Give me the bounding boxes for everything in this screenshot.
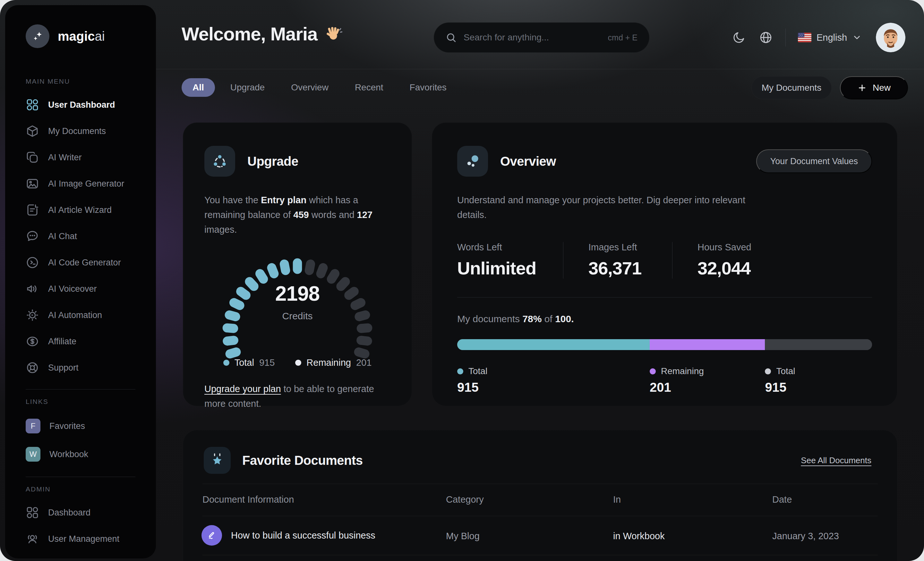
overview-legend-total-1: Total 915 (457, 366, 488, 395)
avatar[interactable] (876, 23, 905, 52)
favorite-documents-card: Favorite Documents See All Documents Doc… (183, 430, 897, 561)
column-category: Category (446, 494, 484, 505)
table-divider (202, 516, 878, 516)
copy-pages-icon (26, 151, 39, 164)
sidebar-item-my-documents[interactable]: My Documents (5, 118, 156, 144)
legend-dot-icon (765, 368, 771, 374)
overview-card-icon (457, 146, 488, 177)
dark-mode-moon-icon[interactable] (732, 30, 746, 45)
upgrade-plan-text: Upgrade your plan to be able to generate… (204, 381, 390, 411)
overview-legend: Total 915 Remaining 201 Total 915 (457, 366, 872, 401)
section-label-main-menu: MAIN MENU (5, 78, 156, 85)
upgrade-description: You have the Entry plan which has a rema… (204, 193, 390, 237)
upgrade-plan-link[interactable]: Upgrade your plan (204, 384, 281, 394)
stat-hours-saved: Hours Saved 32,044 (672, 242, 752, 278)
overview-legend-remaining: Remaining 201 (650, 366, 704, 395)
section-label-links: LINKS (5, 398, 156, 405)
documents-progress-bar (457, 339, 872, 350)
header-divider-line (785, 28, 786, 46)
terminal-icon (26, 256, 39, 269)
tab-upgrade[interactable]: Upgrade (219, 78, 276, 97)
see-all-documents-link[interactable]: See All Documents (801, 456, 872, 465)
overview-card: Overview Your Document Values Understand… (432, 123, 897, 406)
brand[interactable]: magicai (5, 24, 156, 48)
header-bottom-divider (156, 69, 924, 69)
brand-name: magicai (58, 29, 105, 43)
document-title: How to build a successful business (231, 530, 375, 541)
upgrade-card-title: Upgrade (248, 154, 298, 169)
brand-logo-icon (26, 24, 50, 48)
document-in: in Workbook (613, 531, 665, 542)
tab-recent[interactable]: Recent (344, 78, 394, 97)
app-window: magicai MAIN MENU User Dashboard My Docu… (0, 0, 924, 561)
document-date: January 3, 2023 (772, 531, 839, 542)
sidebar-divider (26, 389, 135, 389)
cube-icon (26, 124, 39, 138)
sidebar-item-ai-voiceover[interactable]: AI Voiceover (5, 276, 156, 302)
chevron-down-icon (852, 33, 862, 42)
my-documents-progress-text: My documents 78% of 100. (457, 314, 872, 325)
dollar-icon (26, 335, 39, 348)
section-label-admin: ADMIN (5, 485, 156, 493)
sidebar-item-ai-code-generator[interactable]: AI Code Generator (5, 250, 156, 276)
overview-legend-total-2: Total 915 (765, 366, 795, 395)
sidebar-item-ai-writer[interactable]: AI Writer (5, 144, 156, 171)
credits-gauge: 2198 Credits (214, 245, 381, 357)
document-pen-icon (201, 525, 222, 546)
favorites-badge-icon: F (26, 419, 40, 434)
search-icon (446, 32, 456, 43)
favorite-documents-icon (204, 447, 231, 474)
overview-card-title: Overview (500, 154, 556, 169)
main-menu: User Dashboard My Documents AI Writer (5, 92, 156, 381)
credits-label: Credits (214, 311, 381, 322)
sidebar-item-ai-article-wizard[interactable]: AI Article Wizard (5, 197, 156, 223)
global-search: cmd + E (434, 22, 650, 52)
sidebar-item-workbook[interactable]: W Workbook (5, 440, 156, 468)
legend-dot-icon (457, 368, 463, 374)
sidebar: magicai MAIN MENU User Dashboard My Docu… (5, 5, 156, 558)
sidebar-item-support[interactable]: Support (5, 355, 156, 381)
tab-all[interactable]: All (182, 78, 215, 97)
sidebar-item-admin-dashboard[interactable]: Dashboard (5, 500, 156, 526)
sidebar-item-user-dashboard[interactable]: User Dashboard (5, 92, 156, 118)
tab-favorites[interactable]: Favorites (399, 78, 458, 97)
lifebuoy-icon (26, 361, 39, 374)
stat-words-left: Words Left Unlimited (457, 242, 563, 278)
wave-hand-icon (324, 25, 342, 43)
header-actions: English (732, 22, 905, 52)
links-menu: F Favorites W Workbook (5, 412, 156, 468)
search-input[interactable] (464, 32, 601, 43)
globe-icon[interactable] (759, 30, 773, 45)
column-document-information: Document Information (202, 494, 294, 505)
table-row[interactable]: How to build a successful business My Bl… (183, 525, 897, 551)
admin-menu: Dashboard User Management (5, 500, 156, 552)
users-icon (26, 532, 39, 546)
sidebar-item-ai-image-generator[interactable]: AI Image Generator (5, 171, 156, 197)
sidebar-item-user-management[interactable]: User Management (5, 526, 156, 552)
plus-icon (857, 83, 867, 93)
my-documents-button[interactable]: My Documents (752, 76, 832, 99)
sidebar-item-affiliate[interactable]: Affiliate (5, 328, 156, 355)
document-values-button[interactable]: Your Document Values (756, 150, 872, 173)
page-title: Welcome, Maria (182, 23, 342, 45)
toolbar-buttons: My Documents New (752, 76, 908, 99)
new-button[interactable]: New (840, 76, 908, 99)
sidebar-item-ai-automation[interactable]: AI Automation (5, 302, 156, 328)
stat-images-left: Images Left 36,371 (563, 242, 672, 278)
upgrade-card-icon (204, 146, 235, 177)
favorite-documents-title: Favorite Documents (242, 453, 363, 468)
search-shortcut: cmd + E (608, 33, 638, 42)
sidebar-item-ai-chat[interactable]: AI Chat (5, 223, 156, 250)
tab-overview[interactable]: Overview (280, 78, 339, 97)
sidebar-item-favorites[interactable]: F Favorites (5, 412, 156, 440)
language-selector[interactable]: English (798, 32, 862, 43)
overview-divider (457, 297, 872, 298)
chat-bubble-icon (26, 229, 39, 243)
column-date: Date (772, 494, 792, 505)
document-category: My Blog (446, 531, 480, 542)
workbook-badge-icon: W (26, 447, 40, 462)
us-flag-icon (798, 33, 812, 42)
overview-description: Understand and manage your projects bett… (457, 193, 746, 222)
upgrade-card: Upgrade You have the Entry plan which ha… (183, 123, 412, 406)
filter-tabs: All Upgrade Overview Recent Favorites (182, 78, 458, 97)
